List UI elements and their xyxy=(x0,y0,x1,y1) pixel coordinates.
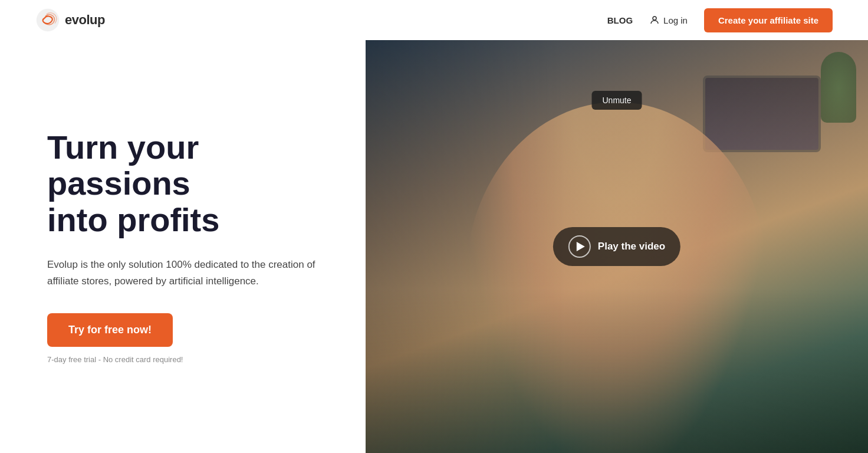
trial-note: 7-day free trial - No credit card requir… xyxy=(47,355,330,364)
hero-subtext: Evolup is the only solution 100% dedicat… xyxy=(47,257,318,290)
svg-point-0 xyxy=(37,9,60,32)
logo-text: evolup xyxy=(65,12,105,28)
svg-point-1 xyxy=(653,17,656,20)
video-background: Unmute Play the video xyxy=(366,40,868,453)
login-label: Log in xyxy=(663,15,688,25)
hero-headline: Turn your passions into profits xyxy=(47,129,330,238)
user-icon xyxy=(649,15,660,25)
unmute-tooltip[interactable]: Unmute xyxy=(591,91,642,110)
play-circle-icon xyxy=(568,235,591,258)
hero-left: Turn your passions into profits Evolup i… xyxy=(0,40,366,453)
create-affiliate-site-button[interactable]: Create your affiliate site xyxy=(704,8,833,32)
hero-section: Turn your passions into profits Evolup i… xyxy=(0,40,868,453)
login-link[interactable]: Log in xyxy=(649,15,688,25)
play-video-label: Play the video xyxy=(598,241,665,252)
hero-video-area: Unmute Play the video xyxy=(366,40,868,453)
video-person xyxy=(466,102,767,453)
video-tv-prop xyxy=(703,76,821,152)
try-for-free-button[interactable]: Try for free now! xyxy=(47,313,173,347)
nav-right: BLOG Log in Create your affiliate site xyxy=(607,8,833,32)
play-video-button[interactable]: Play the video xyxy=(553,227,680,266)
logo-icon xyxy=(35,8,60,32)
video-plant-prop xyxy=(821,52,856,123)
navbar: evolup BLOG Log in Create your affiliate… xyxy=(0,0,868,40)
play-triangle-icon xyxy=(576,242,584,251)
logo[interactable]: evolup xyxy=(35,8,105,32)
blog-link[interactable]: BLOG xyxy=(607,15,633,25)
